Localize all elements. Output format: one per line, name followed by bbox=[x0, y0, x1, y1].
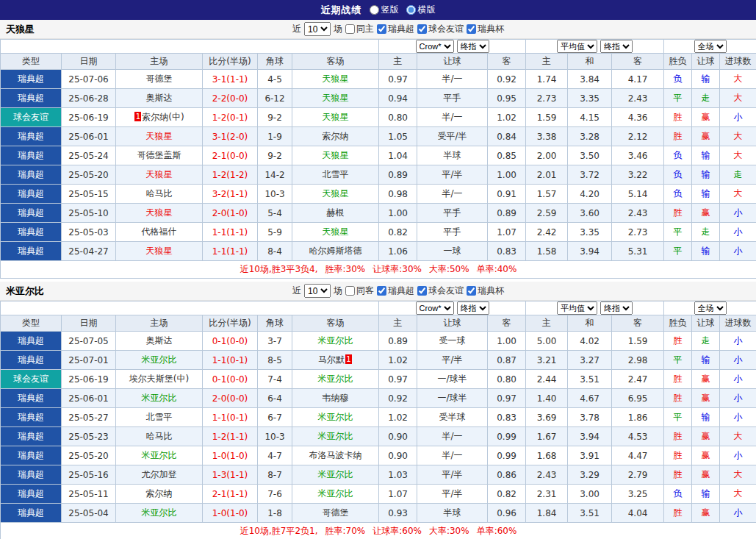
away-team-cell[interactable]: 韦纳穆 bbox=[292, 389, 379, 408]
score-cell[interactable]: 3-1(2-0) bbox=[203, 127, 258, 146]
bookmaker-stage-select[interactable]: 终指 bbox=[457, 40, 489, 53]
team-link[interactable]: 北雪平 bbox=[323, 169, 349, 179]
team-link[interactable]: 天狼星 bbox=[323, 74, 349, 84]
team-link[interactable]: 哈尔姆斯塔德 bbox=[309, 246, 362, 256]
recent-count-select[interactable]: 10 bbox=[304, 284, 331, 298]
score-cell[interactable]: 0-1(0-0) bbox=[203, 370, 258, 389]
home-team-cell[interactable]: 奥斯达 bbox=[116, 332, 203, 351]
team-link[interactable]: 韦纳穆 bbox=[323, 393, 349, 403]
team-link[interactable]: 哥德堡 bbox=[323, 507, 349, 518]
team-link[interactable]: 北雪平 bbox=[146, 412, 173, 422]
team-link[interactable]: 哈马比 bbox=[146, 188, 173, 199]
score-cell[interactable]: 1-1(0-1) bbox=[203, 351, 258, 370]
away-team-cell[interactable]: 天狼星 bbox=[292, 70, 379, 89]
team-link[interactable]: 索尔纳 bbox=[146, 488, 173, 499]
score-cell[interactable]: 2-2(0-0) bbox=[203, 89, 258, 108]
score-cell[interactable]: 3-2(1-1) bbox=[203, 185, 258, 204]
team-link[interactable]: 天狼星 bbox=[146, 169, 173, 179]
europe-average-select[interactable]: 平均值 bbox=[557, 301, 597, 315]
competition-checkbox[interactable] bbox=[417, 286, 427, 296]
team-link[interactable]: 米亚尔比 bbox=[318, 412, 353, 422]
team-link[interactable]: 天狼星 bbox=[323, 93, 349, 103]
team-link[interactable]: 哈马比 bbox=[146, 431, 173, 441]
away-team-cell[interactable]: 天狼星 bbox=[292, 89, 379, 108]
team-link[interactable]: 尤尔加登 bbox=[142, 469, 177, 479]
away-team-cell[interactable]: 北雪平 bbox=[292, 165, 379, 185]
home-team-cell[interactable]: 米亚尔比 bbox=[116, 504, 203, 523]
away-team-cell[interactable]: 米亚尔比 bbox=[292, 485, 379, 504]
score-cell[interactable]: 2-1(0-0) bbox=[203, 146, 258, 165]
away-team-cell[interactable]: 赫根 bbox=[292, 204, 379, 223]
away-team-cell[interactable]: 天狼星 bbox=[292, 185, 379, 204]
team-link[interactable]: 天狼星 bbox=[323, 188, 349, 199]
scope-select[interactable]: 全场 bbox=[694, 301, 727, 315]
team-link[interactable]: 米亚尔比 bbox=[318, 469, 353, 479]
europe-average-select[interactable]: 平均值 bbox=[557, 40, 597, 53]
competition-option[interactable]: 瑞典杯 bbox=[467, 285, 504, 297]
same-venue-checkbox[interactable] bbox=[345, 286, 355, 296]
away-team-cell[interactable]: 米亚尔比 bbox=[292, 465, 379, 485]
score-cell[interactable]: 3-1(1-1) bbox=[203, 70, 258, 89]
score-cell[interactable]: 2-1(1-1) bbox=[203, 485, 258, 504]
score-cell[interactable]: 1-2(1-2) bbox=[203, 165, 258, 185]
home-team-cell[interactable]: 米亚尔比 bbox=[116, 351, 203, 370]
home-team-cell[interactable]: 天狼星 bbox=[116, 242, 203, 261]
team-link[interactable]: 布洛马波卡纳 bbox=[309, 450, 362, 460]
bookmaker-select[interactable]: Crow* bbox=[416, 40, 454, 53]
away-team-cell[interactable]: 米亚尔比 bbox=[292, 427, 379, 446]
competition-option[interactable]: 球会友谊 bbox=[417, 23, 464, 35]
competition-checkbox[interactable] bbox=[377, 286, 386, 296]
away-team-cell[interactable]: 米亚尔比 bbox=[292, 408, 379, 427]
team-link[interactable]: 天狼星 bbox=[323, 112, 349, 122]
away-team-cell[interactable]: 天狼星 bbox=[292, 146, 379, 165]
competition-checkbox[interactable] bbox=[467, 24, 476, 34]
away-team-cell[interactable]: 哈尔姆斯塔德 bbox=[292, 242, 379, 261]
home-team-cell[interactable]: 哈马比 bbox=[116, 427, 203, 446]
home-team-cell[interactable]: 哈马比 bbox=[116, 185, 203, 204]
team-link[interactable]: 米亚尔比 bbox=[142, 507, 177, 518]
vertical-radio[interactable] bbox=[370, 5, 379, 15]
team-link[interactable]: 索尔纳 bbox=[323, 131, 349, 141]
competition-checkbox[interactable] bbox=[417, 24, 427, 34]
team-link[interactable]: 埃尔夫斯堡(中) bbox=[129, 374, 189, 384]
same-venue-option[interactable]: 同主 bbox=[345, 23, 374, 35]
team-link[interactable]: 天狼星 bbox=[146, 131, 173, 141]
competition-checkbox[interactable] bbox=[377, 24, 386, 34]
home-team-cell[interactable]: 哥德堡 bbox=[116, 70, 203, 89]
horizontal-radio[interactable] bbox=[406, 5, 416, 15]
team-link[interactable]: 天狼星 bbox=[323, 226, 349, 237]
team-link[interactable]: 代格福什 bbox=[142, 226, 177, 237]
home-team-cell[interactable]: 埃尔夫斯堡(中) bbox=[116, 370, 203, 389]
home-team-cell[interactable]: 米亚尔比 bbox=[116, 389, 203, 408]
bookmaker-select[interactable]: Crow* bbox=[416, 301, 454, 315]
score-cell[interactable]: 1-1(0-1) bbox=[203, 408, 258, 427]
team-link[interactable]: 奥斯达 bbox=[146, 93, 173, 103]
score-cell[interactable]: 1-1(1-1) bbox=[203, 242, 258, 261]
away-team-cell[interactable]: 天狼星 bbox=[292, 108, 379, 127]
team-link[interactable]: 米亚尔比 bbox=[318, 431, 353, 441]
score-cell[interactable]: 1-3(1-1) bbox=[203, 465, 258, 485]
away-team-cell[interactable]: 米亚尔比 bbox=[292, 332, 379, 351]
away-team-cell[interactable]: 索尔纳 bbox=[292, 127, 379, 146]
same-venue-checkbox[interactable] bbox=[345, 24, 355, 34]
layout-radio-vertical-option[interactable]: 竖版 bbox=[370, 4, 399, 16]
away-team-cell[interactable]: 天狼星 bbox=[292, 223, 379, 242]
europe-stage-select[interactable]: 终指 bbox=[600, 40, 633, 53]
away-team-cell[interactable]: 布洛马波卡纳 bbox=[292, 446, 379, 465]
team-link[interactable]: 索尔纳(中) bbox=[142, 112, 184, 122]
layout-radio-horizontal-option[interactable]: 横版 bbox=[406, 4, 436, 16]
team-link[interactable]: 米亚尔比 bbox=[318, 374, 353, 384]
home-team-cell[interactable]: 哥德堡盖斯 bbox=[116, 146, 203, 165]
competition-option[interactable]: 瑞典超 bbox=[377, 285, 414, 297]
home-team-cell[interactable]: 米亚尔比 bbox=[116, 446, 203, 465]
team-link[interactable]: 天狼星 bbox=[146, 207, 173, 218]
team-link[interactable]: 哥德堡盖斯 bbox=[137, 150, 181, 160]
home-team-cell[interactable]: 索尔纳 bbox=[116, 485, 203, 504]
home-team-cell[interactable]: 尤尔加登 bbox=[116, 465, 203, 485]
team-link[interactable]: 奥斯达 bbox=[146, 335, 173, 346]
bookmaker-stage-select[interactable]: 终指 bbox=[457, 301, 489, 315]
team-link[interactable]: 米亚尔比 bbox=[142, 450, 177, 460]
team-link[interactable]: 天狼星 bbox=[323, 150, 349, 160]
home-team-cell[interactable]: 天狼星 bbox=[116, 127, 203, 146]
competition-checkbox[interactable] bbox=[467, 286, 476, 296]
